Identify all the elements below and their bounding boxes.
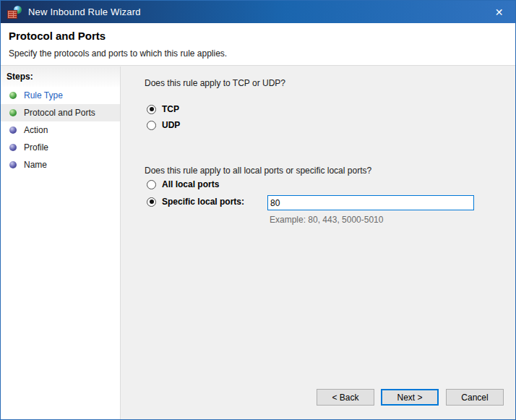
radio-button-icon[interactable]	[147, 105, 156, 114]
sidebar-item-rule-type: Rule Type	[1, 87, 120, 104]
brick-wall-icon	[7, 10, 17, 19]
step-label: Rule Type	[24, 90, 63, 100]
step-label: Protocol and Ports	[24, 108, 95, 118]
close-button[interactable]: ✕	[483, 1, 515, 23]
ports-example-hint: Example: 80, 443, 5000-5010	[270, 215, 383, 225]
step-bullet-icon	[9, 161, 17, 168]
sidebar-item-protocol-and-ports: Protocol and Ports	[1, 104, 120, 121]
steps-sidebar: Steps: Rule Type Protocol and Ports Acti…	[1, 67, 121, 419]
cancel-button[interactable]: Cancel	[446, 389, 504, 406]
radio-button-icon[interactable]	[147, 197, 156, 207]
radio-udp-label: UDP	[162, 120, 180, 130]
firewall-icon	[7, 6, 22, 19]
radio-all-ports-label: All local ports	[162, 179, 219, 189]
step-bullet-icon	[9, 127, 17, 134]
ports-question: Does this rule apply to all local ports …	[145, 166, 371, 176]
wizard-window: New Inbound Rule Wizard ✕ Protocol and P…	[0, 0, 516, 420]
radio-button-icon[interactable]	[147, 121, 156, 130]
back-button[interactable]: < Back	[317, 389, 374, 406]
radio-button-icon[interactable]	[147, 180, 156, 189]
step-label: Action	[24, 125, 48, 135]
close-icon: ✕	[495, 7, 504, 18]
title-bar: New Inbound Rule Wizard ✕	[1, 1, 515, 23]
sidebar-item-name: Name	[1, 156, 120, 173]
wizard-header: Protocol and Ports Specify the protocols…	[1, 23, 515, 66]
sidebar-item-action: Action	[1, 121, 120, 139]
steps-heading: Steps:	[1, 67, 120, 87]
radio-udp[interactable]: UDP	[147, 120, 180, 130]
step-label: Name	[24, 160, 47, 170]
main-panel: Does this rule apply to TCP or UDP? TCP …	[121, 67, 515, 419]
page-title: Protocol and Ports	[9, 30, 507, 42]
wizard-body: Steps: Rule Type Protocol and Ports Acti…	[1, 67, 515, 419]
protocol-question: Does this rule apply to TCP or UDP?	[145, 78, 285, 88]
radio-tcp[interactable]: TCP	[147, 104, 179, 114]
page-subtitle: Specify the protocols and ports to which…	[9, 48, 507, 59]
radio-specific-local-ports[interactable]: Specific local ports:	[147, 197, 244, 207]
specific-ports-input[interactable]	[267, 195, 474, 210]
step-bullet-icon	[9, 92, 17, 99]
radio-tcp-label: TCP	[162, 104, 179, 114]
next-button[interactable]: Next >	[381, 389, 439, 406]
sidebar-item-profile: Profile	[1, 139, 120, 156]
step-bullet-icon	[9, 109, 17, 116]
step-bullet-icon	[9, 144, 17, 151]
radio-specific-ports-label: Specific local ports:	[162, 197, 244, 207]
window-title: New Inbound Rule Wizard	[28, 7, 141, 17]
radio-all-local-ports[interactable]: All local ports	[147, 179, 219, 189]
step-label: Profile	[24, 142, 48, 153]
